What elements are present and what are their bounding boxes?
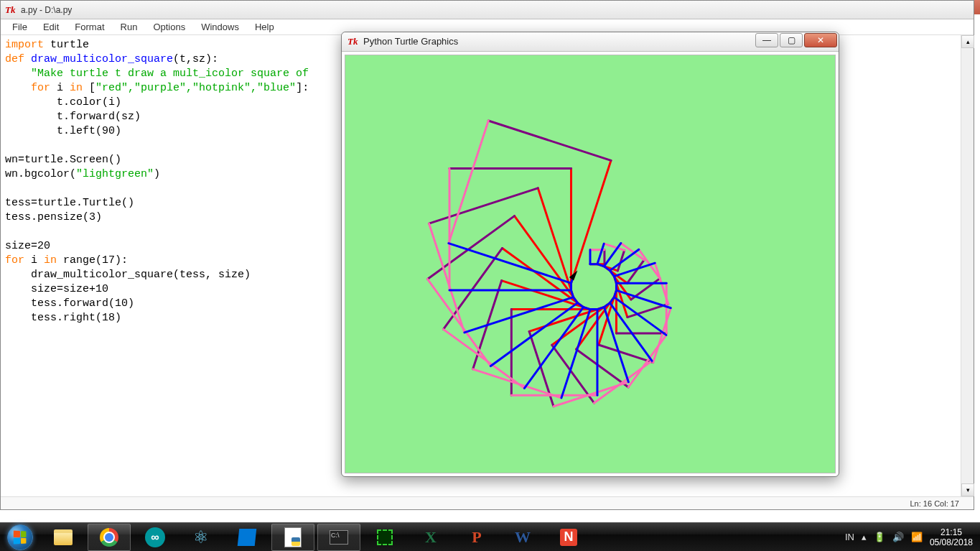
language-indicator[interactable]: IN <box>845 532 854 542</box>
atom-icon: ⚛ <box>191 527 211 547</box>
svg-line-72 <box>429 223 465 333</box>
svg-line-8 <box>597 244 604 264</box>
svg-line-38 <box>614 297 666 335</box>
taskbar-item-cmd[interactable]: C:\ <box>317 524 360 551</box>
arduino-icon: ∞ <box>145 527 165 547</box>
word-icon: W <box>513 527 533 547</box>
windows-taskbar: ∞ ⚛ C:\ X P W N IN ▴ 🔋 🔊 📶 21:15 05/08/2… <box>0 522 980 551</box>
folder-icon <box>53 527 73 547</box>
taskbar-item-arduino[interactable]: ∞ <box>134 524 177 551</box>
menu-format[interactable]: Format <box>67 20 111 34</box>
taskbar-item-atom[interactable]: ⚛ <box>179 524 223 551</box>
excel-icon: X <box>421 527 441 547</box>
nitro-icon: N <box>559 527 579 547</box>
cursor-position: Ln: 16 Col: 17 <box>910 499 960 508</box>
chrome-icon <box>99 527 119 547</box>
svg-line-83 <box>449 243 571 282</box>
svg-line-82 <box>449 121 488 244</box>
turtle-app-icon: Tk <box>347 36 359 47</box>
taskbar-item-nitro[interactable]: N <box>547 524 590 551</box>
taskbar-item-word[interactable]: W <box>501 524 544 551</box>
idle-title-text: a.py - D:\a.py <box>21 5 72 15</box>
menu-windows[interactable]: Windows <box>194 20 246 34</box>
menu-run[interactable]: Run <box>113 20 145 34</box>
idle-app-icon: Tk <box>5 4 17 16</box>
idle-status-bar: Ln: 16 Col: 17 <box>1 496 974 509</box>
taskbar-item-excel[interactable]: X <box>409 524 452 551</box>
maximize-button[interactable]: ▢ <box>780 33 803 47</box>
svg-line-67 <box>428 279 491 366</box>
network-icon[interactable]: 📶 <box>911 532 923 542</box>
scroll-down-button[interactable]: ▾ <box>961 483 974 496</box>
turtle-window-controls: — ▢ ✕ <box>755 32 839 48</box>
svg-line-81 <box>488 121 611 160</box>
taskbar-item-idle[interactable] <box>271 524 314 551</box>
terminal-icon: C:\ <box>329 527 349 547</box>
chip-icon <box>375 527 395 547</box>
turtle-window[interactable]: Tk Python Turtle Graphics — ▢ ✕ <box>341 32 839 477</box>
close-button[interactable]: ✕ <box>804 33 837 47</box>
python-idle-icon <box>283 527 303 547</box>
idle-title-bar[interactable]: Tk a.py - D:\a.py <box>1 1 974 19</box>
powerpoint-icon: P <box>467 527 487 547</box>
svg-line-71 <box>429 188 538 223</box>
svg-line-70 <box>538 188 573 297</box>
turtle-canvas <box>345 55 836 473</box>
taskbar-item-powerpoint[interactable]: P <box>455 524 498 551</box>
taskbar-item-chrome[interactable] <box>88 524 131 551</box>
menu-file[interactable]: File <box>5 20 34 34</box>
menu-edit[interactable]: Edit <box>36 20 66 34</box>
turtle-drawing <box>345 55 835 473</box>
svg-line-73 <box>465 297 574 332</box>
minimize-button[interactable]: — <box>755 33 778 47</box>
turtle-title-bar[interactable]: Tk Python Turtle Graphics — ▢ ✕ <box>342 32 839 52</box>
windows-logo-icon <box>7 524 33 550</box>
svg-line-32 <box>653 307 671 362</box>
vscode-icon <box>237 527 257 547</box>
clock-time: 21:15 <box>930 527 973 537</box>
scroll-up-button[interactable]: ▴ <box>961 35 974 48</box>
start-button[interactable] <box>0 523 40 552</box>
taskbar-item-explorer[interactable] <box>42 524 85 551</box>
tray-up-icon[interactable]: ▴ <box>862 532 867 542</box>
svg-line-31 <box>599 345 653 363</box>
clock-date: 05/08/2018 <box>930 537 973 547</box>
clock[interactable]: 21:15 05/08/2018 <box>930 527 973 547</box>
system-tray: IN ▴ 🔋 🔊 📶 21:15 05/08/2018 <box>845 527 980 547</box>
menu-help[interactable]: Help <box>248 20 281 34</box>
battery-icon[interactable]: 🔋 <box>874 532 885 542</box>
svg-line-58 <box>561 309 590 397</box>
idle-scrollbar[interactable]: ▴ ▾ <box>961 35 974 496</box>
menu-options[interactable]: Options <box>146 20 192 34</box>
volume-icon[interactable]: 🔊 <box>892 532 904 542</box>
turtle-title-text: Python Turtle Graphics <box>363 36 458 47</box>
svg-line-37 <box>628 335 666 387</box>
taskbar-item-cpu[interactable] <box>363 524 406 551</box>
taskbar-item-vscode[interactable] <box>225 524 269 551</box>
